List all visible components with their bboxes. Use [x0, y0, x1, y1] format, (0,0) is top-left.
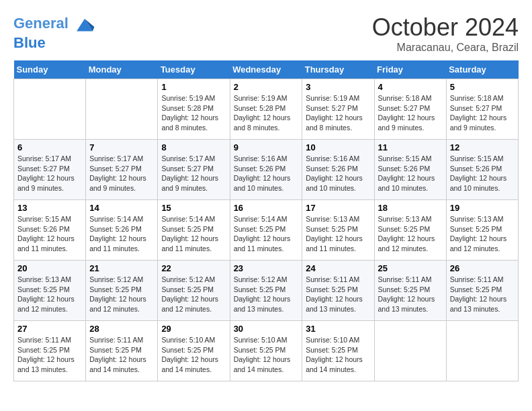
cell-w3-d6: 18Sunrise: 5:13 AMSunset: 5:25 PMDayligh…	[374, 200, 446, 261]
logo-general: General	[13, 15, 69, 32]
day-number: 13	[17, 203, 82, 213]
day-number: 12	[450, 142, 515, 152]
col-thursday: Thursday	[302, 60, 374, 79]
header-row: Sunday Monday Tuesday Wednesday Thursday…	[14, 60, 519, 79]
day-info: Sunrise: 5:18 AMSunset: 5:27 PMDaylight:…	[450, 93, 515, 133]
cell-w4-d5: 24Sunrise: 5:11 AMSunset: 5:25 PMDayligh…	[302, 261, 374, 321]
day-info: Sunrise: 5:14 AMSunset: 5:25 PMDaylight:…	[234, 214, 299, 254]
day-info: Sunrise: 5:15 AMSunset: 5:26 PMDaylight:…	[450, 154, 515, 193]
day-info: Sunrise: 5:13 AMSunset: 5:25 PMDaylight:…	[17, 275, 82, 314]
day-number: 4	[378, 82, 443, 92]
day-info: Sunrise: 5:11 AMSunset: 5:25 PMDaylight:…	[17, 335, 82, 375]
cell-w1-d2	[86, 79, 158, 140]
cell-w5-d3: 29Sunrise: 5:10 AMSunset: 5:25 PMDayligh…	[158, 321, 230, 381]
cell-w3-d1: 13Sunrise: 5:15 AMSunset: 5:26 PMDayligh…	[14, 200, 86, 261]
day-number: 30	[234, 324, 299, 334]
day-info: Sunrise: 5:14 AMSunset: 5:25 PMDaylight:…	[161, 214, 226, 254]
cell-w1-d6: 4Sunrise: 5:18 AMSunset: 5:27 PMDaylight…	[374, 79, 446, 140]
day-number: 28	[89, 324, 154, 334]
day-info: Sunrise: 5:10 AMSunset: 5:25 PMDaylight:…	[306, 335, 370, 375]
day-number: 15	[161, 203, 226, 213]
day-info: Sunrise: 5:17 AMSunset: 5:27 PMDaylight:…	[89, 154, 154, 193]
cell-w5-d1: 27Sunrise: 5:11 AMSunset: 5:25 PMDayligh…	[14, 321, 86, 381]
cell-w3-d2: 14Sunrise: 5:14 AMSunset: 5:26 PMDayligh…	[86, 200, 158, 261]
day-info: Sunrise: 5:19 AMSunset: 5:27 PMDaylight:…	[306, 93, 370, 133]
day-number: 25	[378, 263, 443, 273]
cell-w5-d2: 28Sunrise: 5:11 AMSunset: 5:25 PMDayligh…	[86, 321, 158, 381]
cell-w3-d5: 17Sunrise: 5:13 AMSunset: 5:25 PMDayligh…	[302, 200, 374, 261]
day-number: 14	[89, 203, 154, 213]
cell-w5-d5: 31Sunrise: 5:10 AMSunset: 5:25 PMDayligh…	[302, 321, 374, 381]
day-info: Sunrise: 5:18 AMSunset: 5:27 PMDaylight:…	[378, 93, 443, 133]
col-tuesday: Tuesday	[158, 60, 230, 79]
day-info: Sunrise: 5:11 AMSunset: 5:25 PMDaylight:…	[89, 335, 154, 375]
week-row-5: 27Sunrise: 5:11 AMSunset: 5:25 PMDayligh…	[14, 321, 519, 381]
day-number: 31	[306, 324, 370, 334]
cell-w2-d3: 8Sunrise: 5:17 AMSunset: 5:27 PMDaylight…	[158, 140, 230, 200]
day-info: Sunrise: 5:17 AMSunset: 5:27 PMDaylight:…	[161, 154, 226, 193]
day-info: Sunrise: 5:11 AMSunset: 5:25 PMDaylight:…	[306, 275, 370, 314]
day-info: Sunrise: 5:13 AMSunset: 5:25 PMDaylight:…	[378, 214, 443, 254]
month-title: October 2024	[372, 13, 519, 42]
cell-w3-d3: 15Sunrise: 5:14 AMSunset: 5:25 PMDayligh…	[158, 200, 230, 261]
cell-w1-d5: 3Sunrise: 5:19 AMSunset: 5:27 PMDaylight…	[302, 79, 374, 140]
location-subtitle: Maracanau, Ceara, Brazil	[372, 42, 519, 54]
day-number: 27	[17, 324, 82, 334]
day-number: 19	[450, 203, 515, 213]
cell-w2-d7: 12Sunrise: 5:15 AMSunset: 5:26 PMDayligh…	[446, 140, 518, 200]
cell-w1-d7: 5Sunrise: 5:18 AMSunset: 5:27 PMDaylight…	[446, 79, 518, 140]
cell-w5-d7	[446, 321, 518, 381]
day-info: Sunrise: 5:14 AMSunset: 5:26 PMDaylight:…	[89, 214, 154, 254]
title-section: October 2024 Maracanau, Ceara, Brazil	[372, 13, 519, 54]
day-info: Sunrise: 5:19 AMSunset: 5:28 PMDaylight:…	[234, 93, 299, 133]
day-number: 18	[378, 203, 443, 213]
day-info: Sunrise: 5:12 AMSunset: 5:25 PMDaylight:…	[161, 275, 226, 314]
day-number: 23	[234, 263, 299, 273]
cell-w2-d6: 11Sunrise: 5:15 AMSunset: 5:26 PMDayligh…	[374, 140, 446, 200]
day-info: Sunrise: 5:19 AMSunset: 5:28 PMDaylight:…	[161, 93, 226, 133]
day-number: 17	[306, 203, 370, 213]
day-number: 22	[161, 263, 226, 273]
cell-w4-d3: 22Sunrise: 5:12 AMSunset: 5:25 PMDayligh…	[158, 261, 230, 321]
cell-w2-d2: 7Sunrise: 5:17 AMSunset: 5:27 PMDaylight…	[86, 140, 158, 200]
col-friday: Friday	[374, 60, 446, 79]
day-number: 3	[306, 82, 370, 92]
day-info: Sunrise: 5:10 AMSunset: 5:25 PMDaylight:…	[234, 335, 299, 375]
cell-w1-d1	[14, 79, 86, 140]
day-number: 8	[161, 142, 226, 152]
col-wednesday: Wednesday	[230, 60, 302, 79]
cell-w5-d6	[374, 321, 446, 381]
calendar-table: Sunday Monday Tuesday Wednesday Thursday…	[13, 60, 519, 381]
day-number: 2	[234, 82, 299, 92]
cell-w3-d4: 16Sunrise: 5:14 AMSunset: 5:25 PMDayligh…	[230, 200, 302, 261]
day-number: 20	[17, 263, 82, 273]
cell-w1-d3: 1Sunrise: 5:19 AMSunset: 5:28 PMDaylight…	[158, 79, 230, 140]
cell-w5-d4: 30Sunrise: 5:10 AMSunset: 5:25 PMDayligh…	[230, 321, 302, 381]
day-number: 7	[89, 142, 154, 152]
cell-w4-d7: 26Sunrise: 5:11 AMSunset: 5:25 PMDayligh…	[446, 261, 518, 321]
col-sunday: Sunday	[14, 60, 86, 79]
cell-w4-d4: 23Sunrise: 5:12 AMSunset: 5:25 PMDayligh…	[230, 261, 302, 321]
day-number: 6	[17, 142, 82, 152]
cell-w2-d4: 9Sunrise: 5:16 AMSunset: 5:26 PMDaylight…	[230, 140, 302, 200]
day-number: 26	[450, 263, 515, 273]
logo-blue: Blue	[13, 34, 46, 51]
day-info: Sunrise: 5:10 AMSunset: 5:25 PMDaylight:…	[161, 335, 226, 375]
cell-w2-d5: 10Sunrise: 5:16 AMSunset: 5:26 PMDayligh…	[302, 140, 374, 200]
day-info: Sunrise: 5:12 AMSunset: 5:25 PMDaylight:…	[89, 275, 154, 314]
day-number: 11	[378, 142, 443, 152]
day-number: 10	[306, 142, 370, 152]
day-info: Sunrise: 5:16 AMSunset: 5:26 PMDaylight:…	[234, 154, 299, 193]
day-info: Sunrise: 5:17 AMSunset: 5:27 PMDaylight:…	[17, 154, 82, 193]
cell-w2-d1: 6Sunrise: 5:17 AMSunset: 5:27 PMDaylight…	[14, 140, 86, 200]
day-info: Sunrise: 5:13 AMSunset: 5:25 PMDaylight:…	[450, 214, 515, 254]
week-row-1: 1Sunrise: 5:19 AMSunset: 5:28 PMDaylight…	[14, 79, 519, 140]
day-number: 1	[161, 82, 226, 92]
day-number: 29	[161, 324, 226, 334]
day-info: Sunrise: 5:11 AMSunset: 5:25 PMDaylight:…	[378, 275, 443, 314]
day-number: 21	[89, 263, 154, 273]
week-row-3: 13Sunrise: 5:15 AMSunset: 5:26 PMDayligh…	[14, 200, 519, 261]
cell-w4-d6: 25Sunrise: 5:11 AMSunset: 5:25 PMDayligh…	[374, 261, 446, 321]
day-number: 24	[306, 263, 370, 273]
day-info: Sunrise: 5:15 AMSunset: 5:26 PMDaylight:…	[17, 214, 82, 254]
